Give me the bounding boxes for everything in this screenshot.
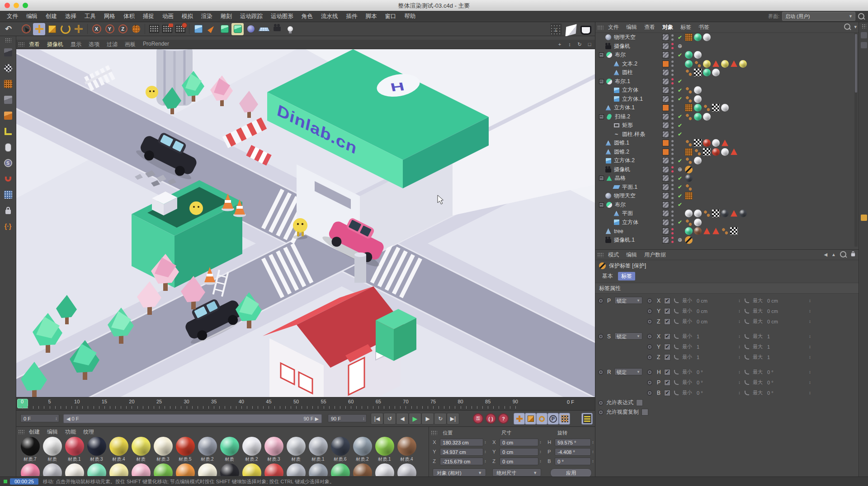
- tag-chip-white[interactable]: [694, 86, 702, 94]
- interface-select[interactable]: 启动 (用户)▼: [782, 12, 855, 21]
- viewport-solo-button[interactable]: [2, 141, 14, 153]
- visibility-dots[interactable]: [671, 105, 674, 111]
- tag-chip-green[interactable]: [694, 33, 702, 41]
- attribute-menu-用户数据[interactable]: 用户数据: [641, 251, 670, 259]
- material-item[interactable]: 材质.3: [152, 437, 174, 463]
- menubar-item-雕刻[interactable]: 雕刻: [217, 11, 236, 22]
- material-sphere[interactable]: [198, 463, 217, 476]
- tag-chip-noentry[interactable]: [685, 166, 693, 173]
- material-menu-创建[interactable]: 创建: [25, 428, 43, 436]
- layer-chip[interactable]: [662, 87, 669, 93]
- enable-state-icon[interactable]: ⊕: [677, 43, 683, 49]
- enable-state-icon[interactable]: ✔: [677, 175, 683, 182]
- tag-chip-dark[interactable]: [739, 210, 747, 217]
- material-item[interactable]: 材质.4: [108, 437, 130, 463]
- viewport-menu-过滤[interactable]: 过滤: [103, 41, 121, 48]
- attribute-tab-基本[interactable]: 基本: [599, 272, 616, 280]
- tag-chip-green[interactable]: [694, 113, 702, 121]
- curve-icon[interactable]: [674, 391, 679, 395]
- material-menu-功能[interactable]: 功能: [61, 428, 80, 436]
- radio-icon[interactable]: [647, 355, 652, 360]
- material-item[interactable]: 材质.1: [63, 437, 85, 463]
- object-row[interactable]: tree: [595, 227, 868, 236]
- max-value-field[interactable]: 0 °: [767, 369, 809, 375]
- object-row[interactable]: 摄像机⊕: [595, 42, 868, 51]
- radio-icon[interactable]: [598, 334, 604, 339]
- search-icon[interactable]: [858, 13, 864, 19]
- material-item[interactable]: 材质: [130, 437, 152, 463]
- curve-icon[interactable]: [674, 380, 679, 385]
- stepper-icon[interactable]: ↕: [738, 355, 745, 360]
- material-sphere[interactable]: [397, 463, 416, 476]
- curve-icon[interactable]: [745, 309, 749, 313]
- curve-icon[interactable]: [674, 309, 679, 313]
- stepper-icon[interactable]: ↕: [738, 334, 745, 339]
- stepper-icon[interactable]: ↕: [809, 344, 815, 349]
- max-value-field[interactable]: 1: [767, 334, 809, 339]
- object-row[interactable]: 立方体✔: [595, 86, 868, 95]
- min-value-field[interactable]: 0 cm: [697, 308, 738, 314]
- keyframe-selection-button[interactable]: ?: [498, 413, 509, 424]
- object-row[interactable]: 矩形✔: [595, 121, 868, 130]
- stepper-icon[interactable]: ↕: [484, 459, 486, 463]
- tag-chip-waffle[interactable]: [685, 192, 693, 200]
- drag-grip-icon[interactable]: [431, 430, 437, 435]
- tag-chip-green[interactable]: [685, 60, 693, 68]
- min-value-field[interactable]: 1: [697, 355, 738, 360]
- material-sphere[interactable]: [264, 463, 283, 476]
- add-camera-button[interactable]: [271, 23, 283, 35]
- tag-chip-dark[interactable]: [721, 210, 729, 217]
- visibility-dots[interactable]: [671, 113, 674, 120]
- render-view-button[interactable]: [148, 23, 160, 35]
- menubar-item-文件[interactable]: 文件: [3, 11, 22, 22]
- material-item[interactable]: 材质.7: [19, 437, 41, 463]
- visibility-dots[interactable]: [671, 122, 674, 129]
- lock-mode-select[interactable]: 锁定▼: [614, 332, 642, 340]
- viewport-menu-查看[interactable]: 查看: [25, 41, 43, 48]
- stepper-icon[interactable]: ↕: [809, 369, 815, 374]
- material-sphere[interactable]: [220, 463, 239, 476]
- menubar-item-角色[interactable]: 角色: [297, 11, 317, 22]
- menubar-item-插件[interactable]: 插件: [342, 11, 362, 22]
- render-picture-viewer-button[interactable]: [161, 23, 173, 35]
- radio-icon[interactable]: [598, 369, 604, 375]
- enable-state-icon[interactable]: ✔: [677, 113, 683, 120]
- add-primitive-cube-button[interactable]: [192, 23, 204, 35]
- object-row[interactable]: 晶格✔: [595, 174, 868, 183]
- curve-icon[interactable]: [674, 345, 679, 349]
- expand-toggle-icon[interactable]: [599, 52, 604, 57]
- search-icon[interactable]: [840, 251, 846, 257]
- visibility-dots[interactable]: [671, 201, 674, 208]
- add-extrude-button[interactable]: [231, 23, 244, 35]
- attribute-menu-模式[interactable]: 模式: [604, 251, 623, 259]
- tag-chip-checker[interactable]: [712, 104, 720, 112]
- frame-range-slider[interactable]: ◀ 0 F 90 F ▶: [63, 414, 322, 423]
- menubar-item-网格[interactable]: 网格: [100, 11, 119, 22]
- menubar-item-渲染[interactable]: 渲染: [197, 11, 217, 22]
- tag-chip-green[interactable]: [685, 227, 693, 235]
- min-value-field[interactable]: 0 °: [697, 390, 738, 396]
- drag-grip-icon[interactable]: [597, 25, 604, 30]
- tag-chip-white[interactable]: [694, 219, 702, 226]
- expand-toggle-icon[interactable]: [599, 114, 604, 119]
- menubar-item-体积[interactable]: 体积: [119, 11, 139, 22]
- visibility-dots[interactable]: [671, 87, 674, 93]
- curve-icon[interactable]: [745, 319, 749, 324]
- tag-chip-checker[interactable]: [694, 69, 702, 76]
- start-frame-field[interactable]: 0 F↕: [20, 414, 59, 422]
- delete-button[interactable]: [580, 23, 592, 35]
- max-value-field[interactable]: 0 cm: [767, 319, 809, 324]
- tag-chip-white[interactable]: [721, 104, 729, 112]
- tag-chip-white[interactable]: [721, 148, 729, 156]
- layout-tab-icon[interactable]: [861, 32, 867, 38]
- object-row[interactable]: 立方体.1: [595, 103, 868, 112]
- material-menu-编辑[interactable]: 编辑: [43, 428, 61, 436]
- object-row[interactable]: 文本.2: [595, 60, 868, 69]
- drag-grip-icon[interactable]: [862, 24, 866, 28]
- object-row[interactable]: 布尔✔: [595, 51, 868, 60]
- tag-chip-dots[interactable]: [685, 95, 693, 103]
- apply-button[interactable]: 应用: [550, 468, 592, 477]
- material-item[interactable]: 材质.3: [263, 437, 285, 463]
- tag-chip-white[interactable]: [694, 51, 702, 59]
- layer-chip[interactable]: [662, 122, 669, 129]
